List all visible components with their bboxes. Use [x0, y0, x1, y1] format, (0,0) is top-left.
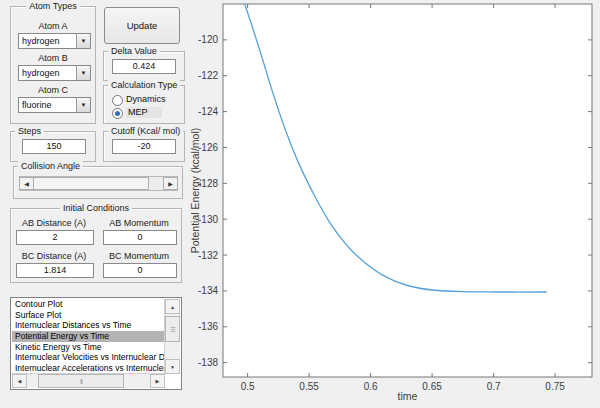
slider-left-arrow-icon[interactable]: ◀	[19, 177, 34, 190]
horizontal-scroll-thumb[interactable]: |||	[38, 374, 124, 388]
chevron-down-icon[interactable]: ▼	[76, 34, 90, 48]
potential-energy-chart: 0.50.550.60.650.70.75-138-136-134-132-13…	[186, 0, 600, 408]
calculation-type-panel: Calculation Type Dynamics MEP	[103, 85, 185, 124]
y-tick-label: -128	[198, 178, 218, 189]
list-item[interactable]: Kinetic Energy vs Time	[12, 342, 165, 353]
x-tick-label: 0.6	[364, 381, 378, 392]
atom-a-value: hydrogen	[22, 35, 60, 47]
atom-c-value: fluorine	[22, 99, 52, 111]
chevron-down-icon[interactable]: ▼	[76, 98, 90, 112]
list-item[interactable]: Internuclear Distances vs Time	[12, 320, 165, 331]
y-tick-label: -130	[198, 214, 218, 225]
slider-thumb[interactable]	[33, 177, 149, 190]
horizontal-scrollbar[interactable]: ◀ ||| ▶	[12, 373, 165, 388]
plot-type-listbox: Contour Plot Surface Plot Internuclear D…	[10, 297, 182, 390]
atom-types-title: Atom Types	[26, 1, 79, 11]
plot-area	[223, 4, 592, 377]
delta-value-title: Delta Value	[108, 46, 160, 56]
steps-panel: Steps 150	[10, 131, 96, 162]
delta-value-field[interactable]: 0.424	[112, 59, 176, 74]
y-tick-label: -138	[198, 357, 218, 368]
atom-c-label: Atom C	[11, 85, 95, 95]
initial-conditions-title: Initial Conditions	[60, 203, 132, 213]
dynamics-radio[interactable]	[112, 95, 123, 106]
slider-right-arrow-icon[interactable]: ▶	[163, 177, 178, 190]
x-tick-label: 0.55	[299, 381, 319, 392]
cutoff-panel: Cutoff (Kcal/ mol) -20	[103, 131, 185, 162]
update-button[interactable]: Update	[104, 7, 180, 44]
steps-field[interactable]: 150	[22, 139, 86, 154]
y-tick-label: -124	[198, 106, 218, 117]
chart-svg: 0.50.550.60.650.70.75-138-136-134-132-13…	[186, 0, 600, 408]
list-item[interactable]: Contour Plot	[12, 299, 165, 310]
ab-distance-field[interactable]: 2	[16, 230, 94, 245]
vertical-scrollbar[interactable]: ▲ ☰ ▼	[164, 299, 180, 374]
steps-title: Steps	[15, 126, 44, 136]
collision-angle-panel: Collision Angle ◀ ▶	[13, 166, 183, 199]
y-tick-label: -120	[198, 34, 218, 45]
x-axis-label: time	[398, 390, 418, 402]
scroll-down-icon[interactable]: ▼	[165, 359, 180, 374]
x-tick-label: 0.5	[241, 381, 255, 392]
y-tick-label: -134	[198, 285, 218, 296]
calculation-type-title: Calculation Type	[108, 80, 180, 90]
atom-b-value: hydrogen	[22, 67, 60, 79]
atom-c-dropdown[interactable]: fluorine ▼	[18, 97, 91, 113]
list-item[interactable]: Internuclear Velocities vs Internuclear …	[12, 352, 165, 363]
x-tick-label: 0.65	[422, 381, 442, 392]
mep-radio[interactable]	[112, 108, 123, 119]
plot-type-list-rows: Contour Plot Surface Plot Internuclear D…	[12, 299, 165, 374]
cutoff-title: Cutoff (Kcal/ mol)	[108, 126, 183, 136]
initial-conditions-panel: Initial Conditions AB Distance (A) AB Mo…	[10, 208, 182, 283]
atom-b-label: Atom B	[11, 53, 95, 63]
bc-momentum-field[interactable]: 0	[103, 263, 177, 278]
scroll-right-icon[interactable]: ▶	[150, 374, 165, 388]
list-item[interactable]: Surface Plot	[12, 310, 165, 321]
bc-distance-label: BC Distance (A)	[16, 251, 92, 261]
scroll-left-icon[interactable]: ◀	[12, 374, 27, 388]
ab-momentum-field[interactable]: 0	[103, 230, 177, 245]
atom-a-label: Atom A	[11, 21, 95, 31]
chevron-down-icon[interactable]: ▼	[76, 66, 90, 80]
matlab-gui-window: Atom Types Atom A hydrogen ▼ Atom B hydr…	[0, 0, 600, 408]
y-tick-label: -132	[198, 250, 218, 261]
list-item[interactable]: Potential Energy vs Time	[12, 331, 165, 342]
delta-value-panel: Delta Value 0.424	[103, 51, 185, 81]
bc-momentum-label: BC Momentum	[103, 251, 175, 261]
bc-distance-field[interactable]: 1.814	[16, 263, 94, 278]
y-axis-label: Potential Energy (kcal/mol)	[189, 128, 201, 253]
scroll-up-icon[interactable]: ▲	[165, 299, 180, 314]
ab-distance-label: AB Distance (A)	[16, 218, 92, 228]
cutoff-field[interactable]: -20	[112, 139, 176, 154]
mep-radio-label[interactable]: MEP	[126, 107, 162, 118]
collision-angle-title: Collision Angle	[18, 161, 83, 171]
x-tick-label: 0.7	[487, 381, 501, 392]
x-tick-label: 0.75	[545, 381, 565, 392]
vertical-scroll-thumb[interactable]: ☰	[165, 316, 180, 342]
y-tick-label: -126	[198, 142, 218, 153]
y-tick-label: -122	[198, 70, 218, 81]
collision-angle-slider[interactable]: ◀ ▶	[19, 176, 178, 191]
ab-momentum-label: AB Momentum	[103, 218, 175, 228]
y-tick-label: -136	[198, 321, 218, 332]
atom-types-panel: Atom Types Atom A hydrogen ▼ Atom B hydr…	[10, 6, 96, 124]
atom-a-dropdown[interactable]: hydrogen ▼	[18, 33, 91, 49]
dynamics-radio-label[interactable]: Dynamics	[126, 94, 166, 105]
atom-b-dropdown[interactable]: hydrogen ▼	[18, 65, 91, 81]
